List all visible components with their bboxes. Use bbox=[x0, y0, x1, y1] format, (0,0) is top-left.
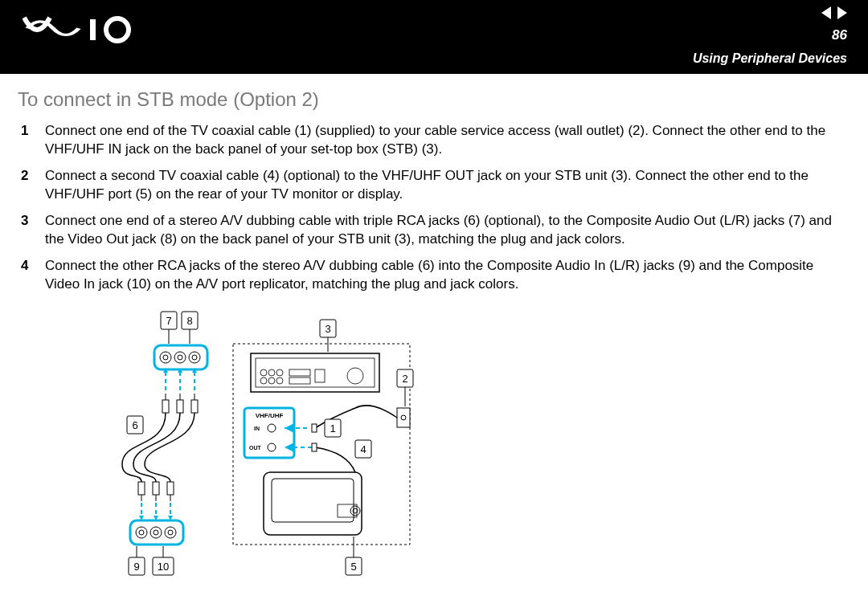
svg-point-1 bbox=[106, 18, 129, 41]
callout-8: 8 bbox=[186, 315, 192, 327]
nav-arrows bbox=[821, 6, 847, 19]
page-content: To connect in STB mode (Option 2) Connec… bbox=[0, 74, 868, 599]
callout-7: 7 bbox=[166, 315, 171, 327]
svg-rect-21 bbox=[312, 443, 317, 451]
page-heading: To connect in STB mode (Option 2) bbox=[18, 88, 850, 111]
svg-rect-48 bbox=[153, 482, 159, 495]
section-title: Using Peripheral Devices bbox=[693, 51, 847, 66]
out-label: OUT bbox=[249, 445, 262, 451]
step-item: Connect a second TV coaxial cable (4) (o… bbox=[18, 167, 850, 204]
next-page-icon[interactable] bbox=[837, 6, 847, 19]
prev-page-icon[interactable] bbox=[821, 6, 831, 19]
vaio-logo bbox=[23, 14, 135, 45]
in-label: IN bbox=[254, 426, 260, 431]
svg-point-38 bbox=[139, 530, 144, 535]
svg-rect-20 bbox=[312, 424, 317, 432]
callout-5: 5 bbox=[350, 561, 356, 573]
svg-rect-49 bbox=[167, 482, 174, 495]
step-item: Connect the other RCA jacks of the stere… bbox=[18, 257, 850, 294]
callout-2: 2 bbox=[402, 373, 407, 385]
svg-rect-18 bbox=[397, 408, 410, 427]
callout-1: 1 bbox=[330, 422, 335, 435]
callout-6: 6 bbox=[132, 419, 137, 431]
svg-point-40 bbox=[168, 530, 173, 535]
svg-point-39 bbox=[154, 530, 158, 535]
svg-rect-41 bbox=[162, 400, 169, 413]
svg-rect-23 bbox=[272, 479, 354, 522]
callout-9: 9 bbox=[133, 561, 139, 573]
svg-rect-42 bbox=[177, 400, 183, 413]
steps-list: Connect one end of the TV coaxial cable … bbox=[18, 122, 850, 294]
tv-monitor-icon bbox=[264, 472, 362, 535]
callout-4: 4 bbox=[360, 443, 366, 455]
step-item: Connect one end of the TV coaxial cable … bbox=[18, 122, 850, 159]
callout-10: 10 bbox=[158, 561, 169, 573]
callout-3: 3 bbox=[325, 323, 330, 335]
svg-point-33 bbox=[192, 355, 197, 360]
svg-rect-43 bbox=[191, 400, 198, 413]
svg-point-31 bbox=[163, 355, 168, 360]
svg-point-32 bbox=[178, 355, 182, 360]
svg-rect-47 bbox=[138, 482, 145, 495]
vhfuhf-label: VHF/UHF bbox=[256, 412, 284, 419]
header-bar: 86 Using Peripheral Devices bbox=[0, 0, 868, 74]
step-item: Connect one end of a stereo A/V dubbing … bbox=[18, 212, 850, 249]
page-number: 86 bbox=[832, 27, 847, 43]
svg-rect-0 bbox=[90, 19, 96, 40]
connection-diagram: VHF/UHF IN OUT bbox=[114, 304, 452, 599]
